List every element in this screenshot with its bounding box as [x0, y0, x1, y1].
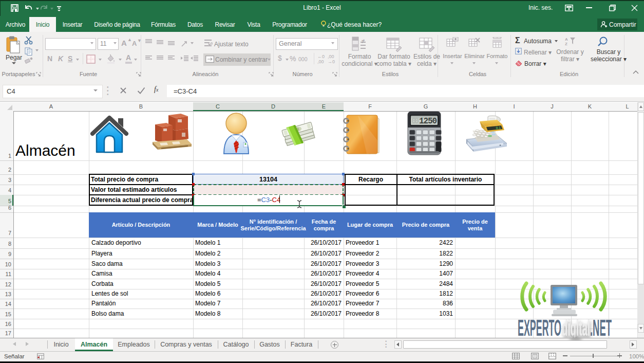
svg-text:Z: Z: [565, 42, 567, 46]
svg-text:A: A: [565, 37, 568, 42]
svg-text:1250: 1250: [419, 117, 437, 126]
svg-text:.NET: .NET: [590, 318, 612, 340]
svg-text:00: 00: [411, 117, 419, 126]
svg-text:0.1: 0.1: [496, 125, 501, 130]
svg-text:EXPERTO: EXPERTO: [518, 318, 561, 340]
svg-text:≠: ≠: [362, 38, 365, 45]
